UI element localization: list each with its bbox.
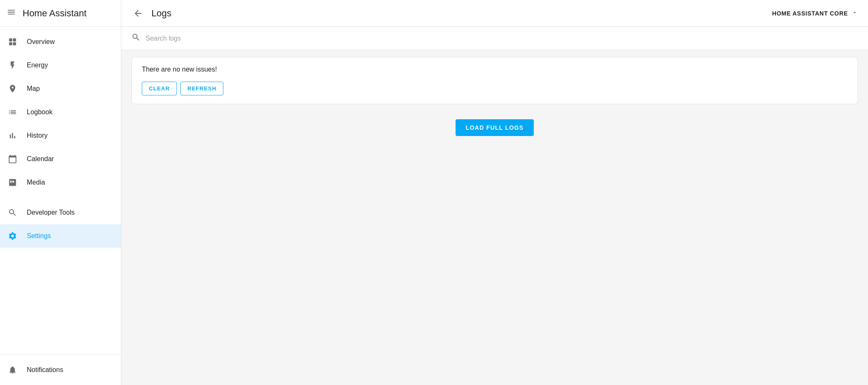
app-title: Home Assistant	[23, 8, 87, 19]
sidebar-label-energy: Energy	[27, 62, 48, 69]
sidebar-item-history[interactable]: History	[0, 124, 121, 147]
sidebar-label-media: Media	[27, 179, 45, 186]
sidebar-header: Home Assistant	[0, 0, 121, 27]
energy-icon	[7, 61, 18, 70]
settings-icon	[7, 231, 18, 241]
sidebar-label-notifications: Notifications	[27, 366, 63, 374]
sidebar-label-settings: Settings	[27, 232, 51, 240]
nav-spacer	[0, 194, 121, 201]
sidebar-label-developer-tools: Developer Tools	[27, 209, 74, 216]
notifications-icon	[7, 365, 18, 375]
chevron-down-icon	[851, 9, 858, 17]
sidebar-label-overview: Overview	[27, 38, 55, 46]
calendar-icon	[7, 154, 18, 164]
logbook-icon	[7, 108, 18, 117]
search-input[interactable]	[146, 35, 858, 42]
content-area: There are no new issues! CLEAR REFRESH L…	[121, 50, 868, 385]
sidebar-label-history: History	[27, 132, 48, 139]
sidebar-label-logbook: Logbook	[27, 108, 52, 116]
history-icon	[7, 131, 18, 140]
media-icon	[7, 178, 18, 187]
topbar: Logs HOME ASSISTANT CORE	[121, 0, 868, 27]
sidebar-item-settings[interactable]: Settings	[0, 224, 121, 248]
sidebar-item-logbook[interactable]: Logbook	[0, 100, 121, 124]
log-card: There are no new issues! CLEAR REFRESH	[131, 57, 858, 104]
sidebar: Home Assistant Overview Energy	[0, 0, 121, 385]
sidebar-item-map[interactable]: Map	[0, 77, 121, 100]
search-icon	[131, 33, 141, 44]
main-content: Logs HOME ASSISTANT CORE	[121, 0, 868, 385]
sidebar-item-energy[interactable]: Energy	[0, 54, 121, 77]
sidebar-nav: Overview Energy Map	[0, 27, 121, 354]
search-bar	[121, 27, 868, 50]
instance-selector[interactable]: HOME ASSISTANT CORE	[772, 9, 858, 17]
sidebar-item-developer-tools[interactable]: Developer Tools	[0, 201, 121, 224]
sidebar-label-map: Map	[27, 85, 40, 92]
sidebar-label-calendar: Calendar	[27, 155, 54, 163]
card-actions: CLEAR REFRESH	[142, 82, 848, 95]
sidebar-bottom: Notifications	[0, 354, 121, 385]
sidebar-item-notifications[interactable]: Notifications	[0, 358, 121, 382]
clear-button[interactable]: CLEAR	[142, 82, 177, 95]
no-issues-text: There are no new issues!	[142, 66, 848, 73]
load-full-logs-button[interactable]: LOAD FULL LOGS	[456, 119, 533, 136]
sidebar-item-calendar[interactable]: Calendar	[0, 147, 121, 171]
back-button[interactable]	[131, 7, 145, 20]
app-shell: Home Assistant Overview Energy	[0, 0, 868, 385]
hamburger-icon[interactable]	[7, 8, 16, 19]
load-logs-container: LOAD FULL LOGS	[131, 111, 858, 144]
developer-tools-icon	[7, 208, 18, 217]
map-icon	[7, 84, 18, 93]
refresh-button[interactable]: REFRESH	[180, 82, 223, 95]
page-title: Logs	[151, 8, 766, 19]
overview-icon	[7, 37, 18, 46]
sidebar-item-overview[interactable]: Overview	[0, 30, 121, 54]
instance-label: HOME ASSISTANT CORE	[772, 10, 848, 17]
sidebar-item-media[interactable]: Media	[0, 171, 121, 194]
